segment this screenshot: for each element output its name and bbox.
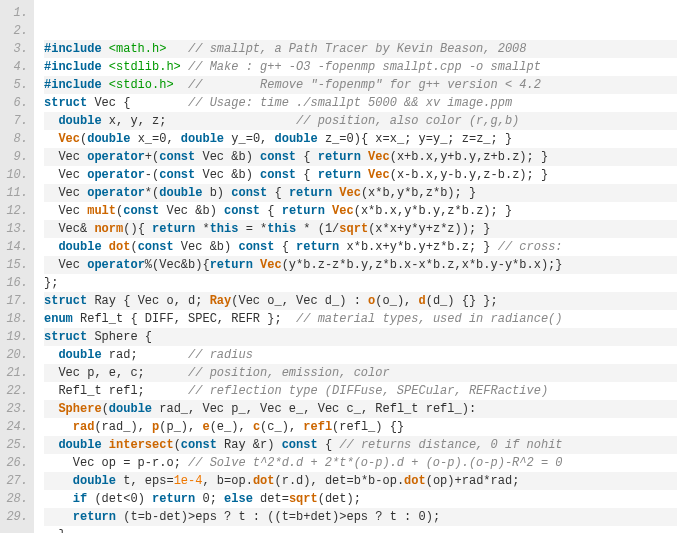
line-number: 18.	[2, 310, 28, 328]
line-number: 11.	[2, 184, 28, 202]
line-number: 21.	[2, 364, 28, 382]
line-number: 15.	[2, 256, 28, 274]
code-line: Refl_t refl; // reflection type (DIFFuse…	[44, 382, 677, 400]
code-line: if (det<0) return 0; else det=sqrt(det);	[44, 490, 677, 508]
line-number: 17.	[2, 292, 28, 310]
line-number: 9.	[2, 148, 28, 166]
code-snippet: 1.2.3.4.5.6.7.8.9.10.11.12.13.14.15.16.1…	[0, 0, 677, 533]
code-line: Vec& norm(){ return *this = *this * (1/s…	[44, 220, 677, 238]
code-line: struct Ray { Vec o, d; Ray(Vec o_, Vec d…	[44, 292, 677, 310]
line-number: 13.	[2, 220, 28, 238]
line-number: 25.	[2, 436, 28, 454]
line-number: 23.	[2, 400, 28, 418]
line-number: 19.	[2, 328, 28, 346]
code-line: #include <stdlib.h> // Make : g++ -O3 -f…	[44, 58, 677, 76]
code-line: Vec p, e, c; // position, emission, colo…	[44, 364, 677, 382]
code-line: };	[44, 274, 677, 292]
code-line: Sphere(double rad_, Vec p_, Vec e_, Vec …	[44, 400, 677, 418]
line-number: 5.	[2, 76, 28, 94]
code-line: double t, eps=1e-4, b=op.dot(r.d), det=b…	[44, 472, 677, 490]
line-number: 3.	[2, 40, 28, 58]
line-number-gutter: 1.2.3.4.5.6.7.8.9.10.11.12.13.14.15.16.1…	[0, 0, 34, 533]
code-line: #include <math.h> // smallpt, a Path Tra…	[44, 40, 677, 58]
line-number: 22.	[2, 382, 28, 400]
line-number: 6.	[2, 94, 28, 112]
line-number: 12.	[2, 202, 28, 220]
code-body: #include <math.h> // smallpt, a Path Tra…	[34, 0, 677, 533]
code-line: #include <stdio.h> // Remove "-fopenmp" …	[44, 76, 677, 94]
line-number: 27.	[2, 472, 28, 490]
code-line: struct Sphere {	[44, 328, 677, 346]
code-line: double dot(const Vec &b) const { return …	[44, 238, 677, 256]
line-number: 24.	[2, 418, 28, 436]
code-line: Vec op = p-r.o; // Solve t^2*d.d + 2*t*(…	[44, 454, 677, 472]
code-line: enum Refl_t { DIFF, SPEC, REFR }; // mat…	[44, 310, 677, 328]
code-line: Vec operator-(const Vec &b) const { retu…	[44, 166, 677, 184]
code-line: Vec operator*(double b) const { return V…	[44, 184, 677, 202]
code-line: Vec mult(const Vec &b) const { return Ve…	[44, 202, 677, 220]
code-line: Vec(double x_=0, double y_=0, double z_=…	[44, 130, 677, 148]
line-number: 29.	[2, 508, 28, 526]
code-line: double intersect(const Ray &r) const { /…	[44, 436, 677, 454]
line-number: 16.	[2, 274, 28, 292]
code-line: Vec operator+(const Vec &b) const { retu…	[44, 148, 677, 166]
line-number: 4.	[2, 58, 28, 76]
line-number: 20.	[2, 346, 28, 364]
code-line: return (t=b-det)>eps ? t : ((t=b+det)>ep…	[44, 508, 677, 526]
line-number: 14.	[2, 238, 28, 256]
line-number: 28.	[2, 490, 28, 508]
line-number: 8.	[2, 130, 28, 148]
code-line: double x, y, z; // position, also color …	[44, 112, 677, 130]
line-number: 2.	[2, 22, 28, 40]
line-number: 10.	[2, 166, 28, 184]
line-number: 1.	[2, 4, 28, 22]
code-line: Vec operator%(Vec&b){return Vec(y*b.z-z*…	[44, 256, 677, 274]
line-number: 26.	[2, 454, 28, 472]
code-line: struct Vec { // Usage: time ./smallpt 50…	[44, 94, 677, 112]
line-number: 7.	[2, 112, 28, 130]
code-line: rad(rad_), p(p_), e(e_), c(c_), refl(ref…	[44, 418, 677, 436]
code-line: }	[44, 526, 677, 533]
code-line: double rad; // radius	[44, 346, 677, 364]
